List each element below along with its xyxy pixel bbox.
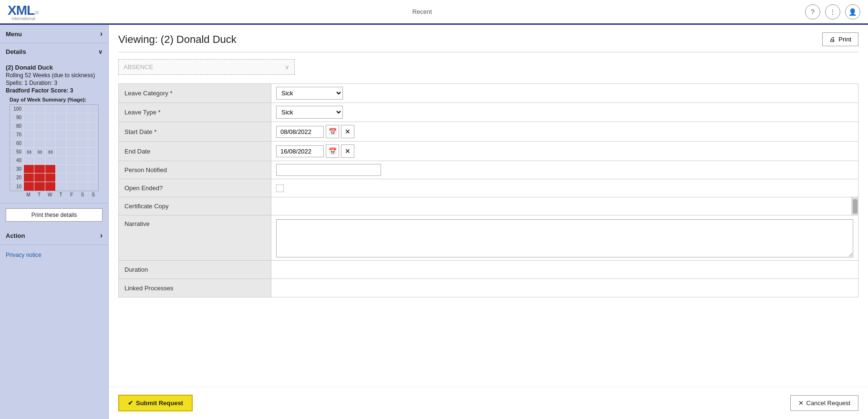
privacy-notice-link[interactable]: Privacy notice [0,245,108,265]
chart-row-70: 70 [10,131,98,139]
chart-cell-20-m [23,174,34,182]
chart-cell-100-w [45,105,55,113]
user-button[interactable]: 👤 [845,4,860,20]
chart-xlabel-su: S [88,192,99,197]
print-page-button[interactable]: 🖨 Print [822,32,858,46]
end-date-field: 📅 ✕ [271,142,858,161]
chart-cell-80-w [45,122,55,130]
menu-chevron-right-icon [100,30,103,38]
person-notified-input[interactable] [276,164,381,176]
chart-cell-50-th [55,148,66,156]
cancel-request-button[interactable]: ✕ Cancel Request [790,395,859,411]
sidebar-action-header[interactable]: Action [0,226,108,245]
chart-cells-50: 33 33 33 [23,148,98,156]
print-details-button[interactable]: Print these details [6,208,103,222]
calendar-icon-2: 📅 [329,147,337,155]
chart-cell-40-w [45,156,55,164]
chart-cell-10-m [23,182,34,191]
end-date-calendar-button[interactable]: 📅 [326,144,339,158]
chart-xlabel-m: M [23,192,34,197]
chart-cell-60-w [45,139,55,147]
form-row-person-notified: Person Notified [119,161,858,179]
end-date-input[interactable] [276,145,324,157]
chart-cell-60-f [66,139,77,147]
chart-xlabel-sa: S [77,192,88,197]
chart-cell-90-su [88,113,98,122]
chart-cell-100-m [23,105,34,113]
chart-cell-80-sa [77,122,87,130]
chart-cell-70-w [45,131,55,139]
chart-cell-30-w [45,165,55,173]
duration-field [271,261,858,278]
checkmark-icon: ✔ [128,399,133,407]
absence-dropdown[interactable]: ABSENCE ∨ [118,59,295,75]
sidebar-menu-header[interactable]: Menu [0,25,108,43]
submit-request-button[interactable]: ✔ Submit Request [118,395,193,411]
start-date-calendar-button[interactable]: 📅 [326,125,339,138]
action-chevron-right-icon [100,231,103,240]
logo-intl: international [8,16,39,21]
sidebar-details-content: (2) Donald Duck Rolling 52 Weeks (due to… [0,60,108,203]
chart-cell-70-sa [77,131,87,139]
leave-type-select[interactable]: Sick Injury Other [276,106,343,119]
chart-cell-50-w: 33 [45,148,55,156]
chart-cell-70-su [88,131,98,139]
certificate-scrollbar [851,197,858,215]
chart-cell-50-su [88,148,98,156]
sidebar-details-header[interactable]: Details [0,43,108,60]
chart-cell-70-f [66,131,77,139]
open-ended-label: Open Ended? [119,179,271,197]
chart-xlabels: M T W T F S S [23,192,99,197]
start-date-label: Start Date * [119,122,271,141]
clear-icon: ✕ [345,128,351,135]
chart-cell-80-t [34,122,44,130]
chart-xlabel-th: T [55,192,66,197]
end-date-clear-button[interactable]: ✕ [341,144,354,158]
sidebar-action-label: Action [6,232,25,239]
chart-cell-80-th [55,122,66,130]
more-button[interactable]: ⋮ [825,4,840,20]
certificate-copy-field [271,197,858,215]
narrative-textarea[interactable] [276,219,853,257]
chart-cells-40 [23,156,98,164]
chart-xlabel-w: W [44,192,55,197]
chart-cell-70-th [55,131,66,139]
sidebar-details-label: Details [6,48,26,55]
open-ended-checkbox[interactable] [276,184,284,192]
help-button[interactable]: ? [805,4,820,20]
chart-cell-20-sa [77,174,87,182]
chart-xlabel-spacer [10,192,23,197]
chart-ylabel-30: 30 [10,165,23,173]
chart-cell-60-sa [77,139,87,147]
chart-cell-40-th [55,156,66,164]
chart-cell-20-f [66,174,77,182]
start-date-input[interactable] [276,126,324,138]
start-date-clear-button[interactable]: ✕ [341,125,354,138]
chart-cell-30-th [55,165,66,173]
chart-cell-100-th [55,105,66,113]
form-row-open-ended: Open Ended? [119,179,858,197]
chart-cell-90-w [45,113,55,122]
chart-row-20: 20 [10,174,98,182]
chart-cells-100 [23,105,98,113]
open-ended-field [271,179,858,197]
chart-grid: 100 [10,104,99,191]
chart-xrow: M T W T F S S [10,192,99,197]
privacy-notice-anchor[interactable]: Privacy notice [6,252,41,258]
chart-cells-80 [23,122,98,130]
chart-ylabel-70: 70 [10,131,23,139]
topbar: XML» international Recent ? ⋮ 👤 [0,0,868,25]
chart-row-100: 100 [10,105,98,113]
chart-cell-40-m [23,156,34,164]
chart-cell-40-t [34,156,44,164]
chart-cell-20-t [34,174,44,182]
chart-cell-60-m [23,139,34,147]
linked-processes-field [271,279,858,297]
leave-category-select[interactable]: Sick Annual Leave Other [276,87,343,100]
chart-cells-60 [23,139,98,147]
cancel-label: Cancel Request [806,399,851,407]
main-layout: Menu Details (2) Donald Duck Rolling 52 … [0,25,868,419]
chart-ylabel-100: 100 [10,105,23,113]
submit-label: Submit Request [136,399,183,407]
form-row-linked-processes: Linked Processes [119,279,858,297]
